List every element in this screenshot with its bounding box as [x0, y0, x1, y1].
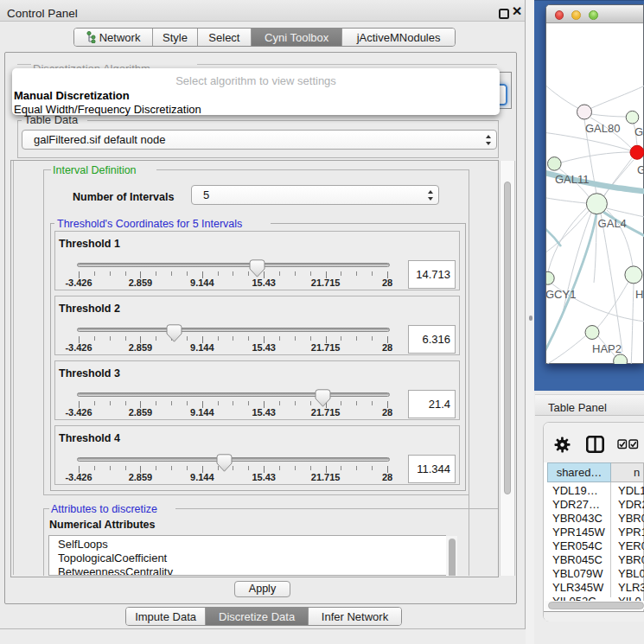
svg-text:GAL11: GAL11 — [555, 173, 590, 186]
svg-text:H: H — [635, 288, 643, 301]
svg-text:GAL4: GAL4 — [598, 217, 627, 230]
svg-text:GAL80: GAL80 — [585, 122, 620, 135]
svg-text:GA: GA — [634, 125, 644, 138]
svg-text:HAP2: HAP2 — [592, 342, 622, 355]
svg-text:GCY1: GCY1 — [546, 288, 576, 301]
svg-text:G: G — [637, 163, 644, 176]
